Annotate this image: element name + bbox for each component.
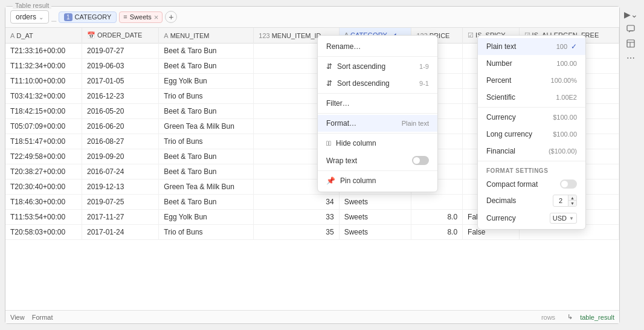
table-cell: Beet & Taro Bun — [159, 59, 254, 74]
plain-text-preview: 100 — [556, 43, 567, 50]
scientific-preview: 1.00E2 — [556, 94, 577, 101]
table-cell: Sweets — [339, 195, 411, 210]
table-cell: 2019-09-20 — [82, 149, 158, 164]
table-cell: 2016-07-24 — [82, 164, 158, 180]
date-icon: 📅 — [87, 31, 95, 39]
table-cell: Egg Yolk Bun — [159, 74, 254, 89]
table-cell: 2016-06-20 — [82, 119, 158, 134]
currency-value: USD — [553, 215, 567, 222]
currency-select[interactable]: USD ▼ — [550, 213, 577, 224]
table-cell: Green Tea & Milk Bun — [159, 119, 254, 134]
plain-text-label: Plain text — [486, 42, 516, 51]
table-cell: Trio of Buns — [159, 89, 254, 104]
panel-label: Table result — [13, 2, 51, 9]
filter-label: Filter… — [326, 99, 350, 108]
menu-hide-column[interactable]: 👁̸ Hide column — [318, 135, 437, 152]
format-label[interactable]: Format — [32, 314, 53, 321]
table-cell: 2016-12-23 — [82, 89, 158, 104]
sort-desc-left: ⇵ Sort descending — [326, 79, 390, 88]
percent-preview: 100.00% — [551, 77, 577, 84]
filter-close-icon[interactable]: × — [154, 13, 159, 21]
table-cell: Trio of Buns — [159, 134, 254, 149]
format-divider-1 — [478, 107, 585, 108]
menu-filter[interactable]: Filter… — [318, 95, 437, 112]
filter-value: Sweets — [130, 13, 152, 21]
number-label: Number — [486, 59, 512, 68]
wrap-text-label: Wrap text — [326, 157, 357, 165]
format-scientific[interactable]: Scientific 1.00E2 — [478, 89, 585, 106]
orders-chevron: ⌄ — [39, 14, 43, 21]
bottom-bar: View Format rows ↳ table_result — [5, 310, 619, 323]
sort-desc-label: Sort descending — [337, 79, 390, 88]
col-header-order-date[interactable]: 📅ORDER_DATE — [82, 28, 158, 44]
table-cell: Beet & Taro Bun — [159, 44, 254, 59]
filter-tag[interactable]: = Sweets × — [119, 11, 163, 23]
currency-row: Currency USD ▼ — [478, 210, 585, 227]
plain-text-check: ✓ — [571, 42, 577, 51]
table-icon[interactable] — [626, 39, 636, 48]
table-cell: 2019-07-25 — [82, 195, 158, 210]
text-icon2: A — [164, 32, 168, 39]
format-long-currency[interactable]: Long currency $100.00 — [478, 126, 585, 143]
decimals-label: Decimals — [486, 196, 516, 205]
col-header-d-at[interactable]: AD_AT — [5, 28, 82, 44]
menu-divider-4 — [318, 133, 437, 134]
table-cell: 2016-08-27 — [82, 134, 158, 149]
menu-sort-desc[interactable]: ⇵ Sort descending 9-1 — [318, 75, 437, 92]
table-cell: 2017-11-27 — [82, 210, 158, 225]
sort-asc-label: Sort ascending — [337, 62, 385, 71]
col-header-menu-item[interactable]: AMENU_ITEM — [159, 28, 254, 44]
table-cell: 2019-07-27 — [82, 44, 158, 59]
table-cell: 8.0 — [411, 210, 463, 225]
menu-sort-asc[interactable]: ⇵ Sort ascending 1-9 — [318, 58, 437, 75]
filter-badge[interactable]: 1 CATEGORY — [59, 11, 117, 23]
table-cell — [411, 195, 463, 210]
table-cell: T05:07:09+00:00 — [5, 119, 82, 134]
sort-desc-shortcut: 9-1 — [419, 80, 429, 87]
filter-equals: = — [123, 13, 127, 21]
table-cell: 2017-01-05 — [82, 74, 158, 89]
long-currency-preview: $100.00 — [553, 131, 577, 138]
text-icon: A — [10, 32, 14, 39]
financial-label: Financial — [486, 147, 515, 155]
percent-label: Percent — [486, 76, 511, 85]
pin-col-left: 📌 Pin column — [326, 176, 376, 185]
menu-format[interactable]: Format… Plain text — [318, 115, 437, 132]
expand-icon[interactable]: ▶⌄ — [624, 10, 638, 19]
table-cell: 8.0 — [411, 225, 463, 240]
menu-pin-column[interactable]: 📌 Pin column — [318, 172, 437, 189]
more-icon[interactable]: ⋯ — [626, 53, 635, 63]
add-filter-button[interactable]: + — [165, 11, 177, 23]
menu-divider-2 — [318, 93, 437, 94]
currency-setting-label: Currency — [486, 214, 516, 222]
currency-arrow: ▼ — [569, 216, 574, 221]
menu-rename[interactable]: Rename… — [318, 38, 437, 55]
wrap-toggle[interactable] — [412, 156, 429, 165]
table-cell: Green Tea & Milk Bun — [159, 180, 254, 195]
compact-format-toggle[interactable] — [560, 180, 577, 189]
format-percent[interactable]: Percent 100.00% — [478, 72, 585, 89]
decimals-spinner[interactable]: 2 ▲ ▼ — [553, 195, 577, 207]
comment-icon[interactable] — [626, 24, 636, 34]
menu-wrap-text[interactable]: Wrap text — [318, 152, 437, 169]
decimals-down-button[interactable]: ▼ — [568, 201, 576, 206]
format-financial[interactable]: Financial ($100.00) — [478, 143, 585, 160]
table-cell: T20:30:40+00:00 — [5, 180, 82, 195]
table-cell: Beet & Taro Bun — [159, 164, 254, 180]
decimals-up-button[interactable]: ▲ — [568, 195, 576, 201]
sort-desc-icon: ⇵ — [326, 79, 332, 88]
orders-tab[interactable]: orders ⌄ — [10, 10, 49, 24]
menu-divider-5 — [318, 170, 437, 171]
format-number[interactable]: Number 100.00 — [478, 55, 585, 72]
table-cell: T18:51:47+00:00 — [5, 134, 82, 149]
table-cell: T11:53:54+00:00 — [5, 210, 82, 225]
view-label[interactable]: View — [10, 314, 25, 321]
spinner-buttons: ▲ ▼ — [568, 195, 576, 206]
table-cell: T18:46:30+00:00 — [5, 195, 82, 210]
format-plain-text[interactable]: Plain text 100 ✓ — [478, 38, 585, 55]
format-currency[interactable]: Currency $100.00 — [478, 109, 585, 126]
sort-asc-left: ⇵ Sort ascending — [326, 62, 385, 71]
badge-number: 1 — [64, 13, 72, 21]
currency-preview: $100.00 — [553, 114, 577, 121]
format-submenu: Plain text 100 ✓ Number 100.00 Percent 1… — [477, 35, 586, 230]
